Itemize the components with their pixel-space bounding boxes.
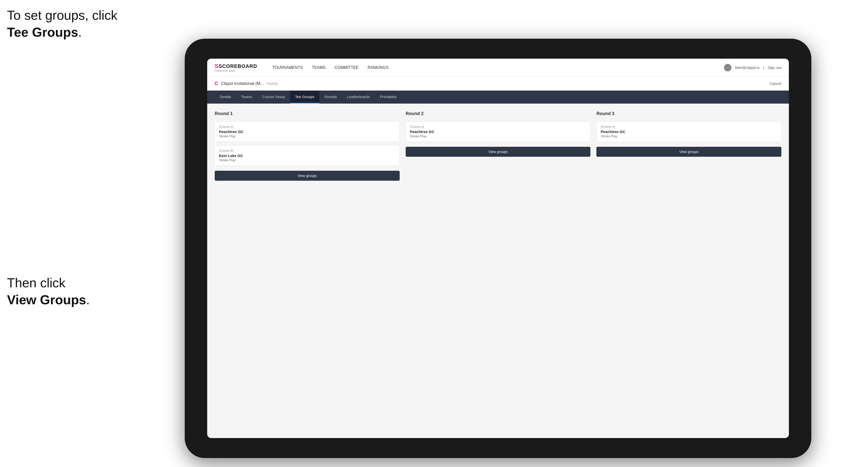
instruction-top-line2: Tee Groups <box>7 25 78 39</box>
separator: | <box>763 65 764 70</box>
round-3-course-a-label: (Course A) <box>601 125 777 129</box>
round-1-view-groups-button[interactable]: View groups <box>215 171 400 181</box>
round-1-course-b-format: Stroke Play <box>219 158 396 162</box>
nav-teams[interactable]: TEAMS <box>312 65 326 70</box>
round-1-course-a-name: Peachtree GC <box>219 129 396 134</box>
round-2-title: Round 2 <box>406 111 591 116</box>
tab-teams[interactable]: Teams <box>236 91 257 103</box>
nav-committee[interactable]: COMMITTEE <box>335 65 359 70</box>
nav-links: TOURNAMENTS TEAMS COMMITTEE RANKINGS <box>272 65 714 70</box>
instruction-top-line1: To set groups, click <box>7 8 117 23</box>
avatar <box>724 64 732 71</box>
top-nav: SSCOREBOARD Powered by clippit TOURNAMEN… <box>207 59 789 76</box>
tab-details[interactable]: Details <box>215 91 236 103</box>
round-1-column: Round 1 (Course A) Peachtree GC Stroke P… <box>215 111 400 431</box>
tab-course-setup[interactable]: Course Setup <box>257 91 290 103</box>
hosting-badge: Hosting <box>267 82 277 85</box>
round-2-course-a-card: (Course A) Peachtree GC Stroke Play <box>406 121 591 142</box>
nav-right: blair@clippd.io | Sign out <box>724 64 781 71</box>
user-email: blair@clippd.io <box>735 65 760 70</box>
tournament-name: Clippd Invitational (M... <box>221 81 264 86</box>
round-1-course-b-name: East Lake GC <box>219 154 396 158</box>
sign-out-link[interactable]: Sign out <box>768 65 781 70</box>
round-1-course-a-label: (Course A) <box>219 125 396 129</box>
tablet-device: SSCOREBOARD Powered by clippit TOURNAMEN… <box>185 39 811 458</box>
tournament-bar: C Clippd Invitational (M... Hosting Canc… <box>207 76 789 91</box>
main-content: Round 1 (Course A) Peachtree GC Stroke P… <box>207 103 789 438</box>
logo: SSCOREBOARD <box>215 63 257 69</box>
instruction-bottom-line1: Then click <box>7 276 65 290</box>
round-1-course-b-card: (Course B) East Lake GC Stroke Play <box>215 145 400 166</box>
nav-rankings[interactable]: RANKINGS <box>368 65 389 70</box>
round-3-title: Round 3 <box>596 111 781 116</box>
tab-tee-groups[interactable]: Tee Groups <box>290 91 319 103</box>
round-1-course-b-label: (Course B) <box>219 149 396 153</box>
tablet-screen: SSCOREBOARD Powered by clippit TOURNAMEN… <box>207 59 789 438</box>
round-3-course-a-card: (Course A) Peachtree GC Stroke Play <box>596 121 781 142</box>
tournament-title: C Clippd Invitational (M... Hosting <box>215 81 277 86</box>
round-1-course-a-format: Stroke Play <box>219 134 396 138</box>
instruction-bottom-line2: View Groups <box>7 292 86 307</box>
round-3-column: Round 3 (Course A) Peachtree GC Stroke P… <box>596 111 781 431</box>
round-1-title: Round 1 <box>215 111 400 116</box>
round-3-course-a-name: Peachtree GC <box>601 129 777 134</box>
instruction-top: To set groups, click Tee Groups. <box>7 7 117 41</box>
round-1-course-a-card: (Course A) Peachtree GC Stroke Play <box>215 121 400 142</box>
round-2-course-a-label: (Course A) <box>410 125 586 129</box>
cancel-button[interactable]: Cancel <box>770 81 781 86</box>
logo-area: SSCOREBOARD Powered by clippit <box>215 63 257 72</box>
tab-leaderboards[interactable]: Leaderboards <box>342 91 375 103</box>
instruction-bottom: Then click View Groups. <box>7 275 90 308</box>
tab-results[interactable]: Results <box>319 91 342 103</box>
round-2-column: Round 2 (Course A) Peachtree GC Stroke P… <box>406 111 591 431</box>
nav-tournaments[interactable]: TOURNAMENTS <box>272 65 303 70</box>
round-3-course-a-format: Stroke Play <box>601 134 777 138</box>
logo-sub: Powered by clippit <box>215 69 257 72</box>
tab-printables[interactable]: Printables <box>375 91 402 103</box>
round-3-view-groups-button[interactable]: View groups <box>596 147 781 157</box>
round-2-course-a-name: Peachtree GC <box>410 129 586 134</box>
round-2-course-a-format: Stroke Play <box>410 134 586 138</box>
round-2-view-groups-button[interactable]: View groups <box>406 147 591 157</box>
tab-bar: Details Teams Course Setup Tee Groups Re… <box>207 91 789 103</box>
